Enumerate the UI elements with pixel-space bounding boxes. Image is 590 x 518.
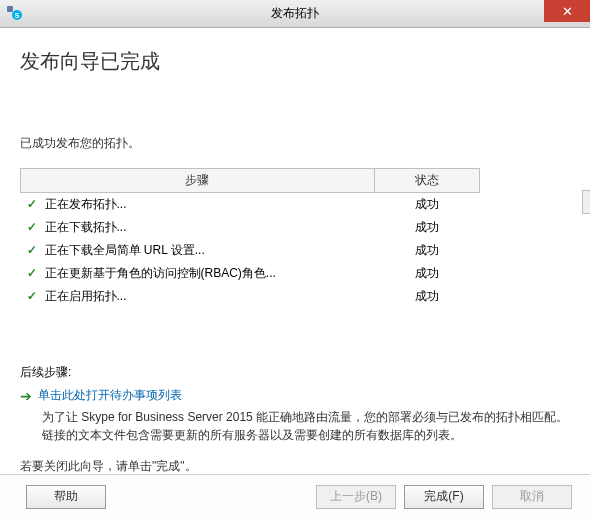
table-row[interactable]: ✓正在下载全局简单 URL 设置...成功 [21, 239, 480, 262]
step-text: 正在启用拓扑... [45, 289, 127, 303]
cancel-button[interactable]: 取消 [492, 485, 572, 509]
step-text: 正在下载拓扑... [45, 220, 127, 234]
check-icon: ✓ [27, 197, 41, 211]
table-row[interactable]: ✓正在更新基于角色的访问控制(RBAC)角色...成功 [21, 262, 480, 285]
view-log-button[interactable]: 查看日志(V) [582, 190, 590, 214]
next-steps-description: 为了让 Skype for Business Server 2015 能正确地路… [42, 408, 570, 444]
step-text: 正在发布拓扑... [45, 197, 127, 211]
check-icon: ✓ [27, 266, 41, 280]
wizard-footer: 帮助 上一步(B) 完成(F) 取消 [0, 474, 590, 518]
step-text: 正在更新基于角色的访问控制(RBAC)角色... [45, 266, 276, 280]
app-icon: S [6, 5, 22, 21]
steps-table-wrap: 步骤 状态 ✓正在发布拓扑...成功✓正在下载拓扑...成功✓正在下载全局简单 … [20, 168, 570, 308]
status-cell: 成功 [374, 193, 479, 217]
wizard-content: 发布向导已完成 已成功发布您的拓扑。 步骤 状态 ✓正在发布拓扑...成功✓正在… [0, 28, 590, 475]
titlebar: S 发布拓扑 ✕ [0, 0, 590, 28]
table-row[interactable]: ✓正在下载拓扑...成功 [21, 216, 480, 239]
col-header-status[interactable]: 状态 [374, 169, 479, 193]
step-text: 正在下载全局简单 URL 设置... [45, 243, 205, 257]
svg-text:S: S [15, 12, 20, 19]
next-steps-section: 后续步骤: ➔ 单击此处打开待办事项列表 为了让 Skype for Busin… [20, 364, 570, 475]
help-button[interactable]: 帮助 [26, 485, 106, 509]
open-todo-list-link[interactable]: 单击此处打开待办事项列表 [38, 387, 182, 404]
status-cell: 成功 [374, 262, 479, 285]
page-heading: 发布向导已完成 [20, 48, 570, 75]
window-title: 发布拓扑 [271, 5, 319, 22]
window-close-button[interactable]: ✕ [544, 0, 590, 22]
step-cell: ✓正在启用拓扑... [21, 285, 375, 308]
svg-rect-2 [7, 6, 13, 12]
success-message: 已成功发布您的拓扑。 [20, 135, 570, 152]
close-icon: ✕ [562, 4, 573, 19]
close-instruction: 若要关闭此向导，请单击"完成"。 [20, 458, 570, 475]
check-icon: ✓ [27, 289, 41, 303]
step-cell: ✓正在发布拓扑... [21, 193, 375, 217]
status-cell: 成功 [374, 239, 479, 262]
finish-button[interactable]: 完成(F) [404, 485, 484, 509]
back-button[interactable]: 上一步(B) [316, 485, 396, 509]
status-cell: 成功 [374, 285, 479, 308]
next-steps-label: 后续步骤: [20, 364, 570, 381]
check-icon: ✓ [27, 243, 41, 257]
arrow-right-icon: ➔ [20, 388, 32, 404]
table-row[interactable]: ✓正在启用拓扑...成功 [21, 285, 480, 308]
step-cell: ✓正在下载拓扑... [21, 216, 375, 239]
table-row[interactable]: ✓正在发布拓扑...成功 [21, 193, 480, 217]
steps-table: 步骤 状态 ✓正在发布拓扑...成功✓正在下载拓扑...成功✓正在下载全局简单 … [20, 168, 480, 308]
step-cell: ✓正在下载全局简单 URL 设置... [21, 239, 375, 262]
col-header-step[interactable]: 步骤 [21, 169, 375, 193]
step-cell: ✓正在更新基于角色的访问控制(RBAC)角色... [21, 262, 375, 285]
check-icon: ✓ [27, 220, 41, 234]
status-cell: 成功 [374, 216, 479, 239]
